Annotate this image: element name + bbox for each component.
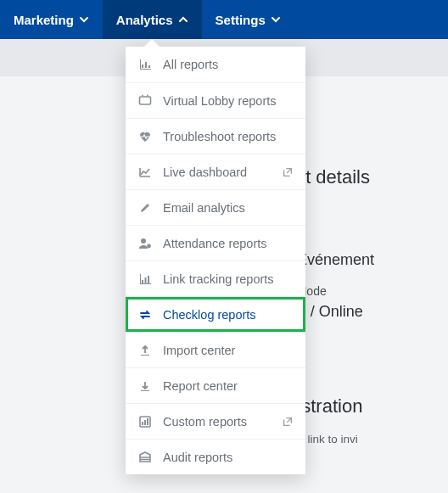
line-chart-icon	[137, 165, 153, 179]
nav-marketing[interactable]: Marketing	[0, 0, 103, 39]
upload-icon	[137, 344, 153, 357]
external-link-icon	[282, 416, 294, 428]
svg-rect-5	[142, 280, 143, 283]
svg-rect-9	[142, 422, 143, 425]
dd-attendance[interactable]: Attendance reports	[126, 225, 305, 261]
nav-settings[interactable]: Settings	[202, 0, 294, 39]
chevron-down-icon	[79, 14, 89, 25]
dd-label: Checklog reports	[163, 308, 294, 322]
dd-label: Troubleshoot reports	[163, 130, 294, 143]
nav-label: Settings	[216, 13, 266, 27]
dd-audit-reports[interactable]: Audit reports	[126, 439, 305, 474]
dd-troubleshoot[interactable]: Troubleshoot reports	[126, 118, 305, 154]
swap-icon	[137, 308, 153, 322]
svg-point-2	[147, 94, 148, 96]
download-icon	[137, 379, 153, 393]
dd-report-center[interactable]: Report center	[126, 367, 305, 403]
dd-checklog[interactable]: Checklog reports	[126, 296, 305, 332]
user-check-icon	[137, 237, 153, 250]
custom-icon	[137, 415, 153, 429]
chevron-up-icon	[178, 14, 188, 25]
dd-label: Import center	[163, 344, 294, 357]
archive-icon	[137, 451, 153, 464]
svg-point-4	[147, 244, 151, 248]
nav-label: Analytics	[116, 13, 173, 27]
nav-label: Marketing	[14, 13, 74, 27]
dd-import-center[interactable]: Import center	[126, 332, 305, 367]
dd-label: Audit reports	[163, 451, 294, 464]
svg-rect-7	[148, 276, 149, 283]
analytics-dropdown: All reports Virtual Lobby reports Troubl…	[126, 47, 305, 474]
tv-icon	[137, 94, 153, 108]
top-nav: Marketing Analytics Settings	[0, 0, 448, 39]
svg-point-3	[141, 238, 146, 244]
heartbeat-icon	[137, 130, 153, 143]
svg-rect-11	[147, 418, 148, 425]
dd-email-analytics[interactable]: Email analytics	[126, 189, 305, 225]
dd-label: Attendance reports	[163, 237, 294, 250]
svg-rect-6	[145, 277, 147, 283]
dd-virtual-lobby[interactable]: Virtual Lobby reports	[126, 82, 305, 118]
dd-label: Virtual Lobby reports	[163, 94, 294, 108]
external-link-icon	[282, 166, 294, 178]
pencil-icon	[137, 201, 153, 215]
svg-rect-0	[140, 97, 151, 104]
svg-point-1	[142, 94, 143, 96]
dd-all-reports[interactable]: All reports	[126, 47, 305, 82]
chevron-down-icon	[271, 14, 281, 25]
dd-link-tracking[interactable]: Link tracking reports	[126, 261, 305, 296]
dd-label: Custom reports	[163, 415, 272, 429]
dd-label: All reports	[163, 58, 294, 71]
dd-label: Link tracking reports	[163, 272, 294, 286]
dd-custom-reports[interactable]: Custom reports	[126, 403, 305, 439]
dd-label: Email analytics	[163, 201, 294, 215]
link-chart-icon	[137, 272, 153, 286]
svg-rect-10	[144, 420, 146, 425]
bar-chart-icon	[137, 58, 153, 71]
dd-label: Report center	[163, 379, 294, 393]
nav-analytics[interactable]: Analytics	[103, 0, 202, 39]
dd-live-dashboard[interactable]: Live dashboard	[126, 154, 305, 189]
dd-label: Live dashboard	[163, 165, 272, 179]
